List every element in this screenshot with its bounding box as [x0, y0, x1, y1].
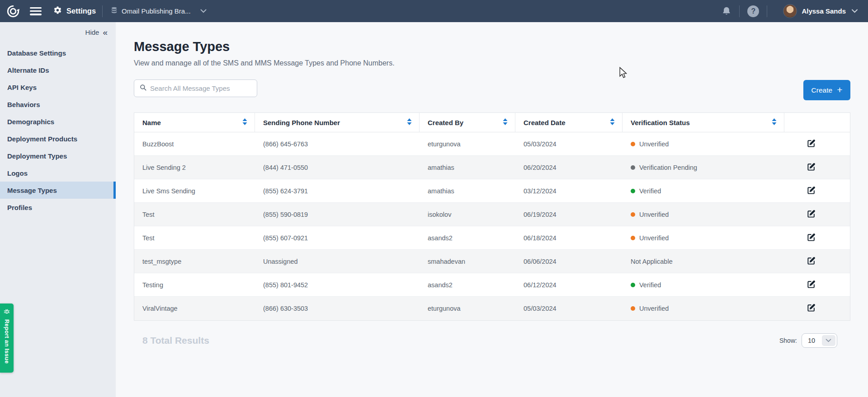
- sidebar-item-behaviors[interactable]: Behaviors: [0, 96, 116, 113]
- sidebar-item-alternate-ids[interactable]: Alternate IDs: [0, 61, 116, 79]
- edit-pencil-square-icon: [807, 139, 816, 149]
- omeda-logo-icon[interactable]: [6, 5, 20, 18]
- table-row: Testing (855) 801-9452 asands2 06/12/202…: [134, 273, 850, 297]
- topbar-divider: [767, 5, 767, 17]
- menu-icon[interactable]: [30, 7, 42, 15]
- edit-pencil-square-icon: [807, 186, 816, 196]
- cell-name: Live Sms Sending: [142, 187, 195, 195]
- sidebar-item-api-keys[interactable]: API Keys: [0, 79, 116, 96]
- help-icon[interactable]: ?: [747, 5, 759, 17]
- hide-sidebar-button[interactable]: Hide «: [0, 22, 116, 38]
- create-button[interactable]: Create +: [803, 80, 850, 100]
- show-label: Show:: [779, 337, 797, 344]
- sidebar-item-logos[interactable]: Logos: [0, 164, 116, 182]
- cell-created-date: 05/03/2024: [524, 305, 557, 312]
- cell-sending-phone-number: (855) 801-9452: [263, 281, 308, 289]
- cell-created-by: amathias: [428, 164, 454, 171]
- cell-created-by: smahadevan: [428, 258, 465, 265]
- cell-sending-phone-number: (866) 645-6763: [263, 140, 308, 148]
- sort-icon[interactable]: [242, 118, 247, 126]
- edit-pencil-square-icon: [807, 163, 816, 173]
- collapse-chevrons-icon: «: [103, 29, 108, 36]
- edit-button[interactable]: [806, 303, 816, 314]
- table-row: Live Sms Sending (855) 624-3791 amathias…: [134, 179, 850, 203]
- plus-icon: +: [837, 85, 842, 94]
- database-selector[interactable]: Omail Publishing Bra...: [109, 4, 208, 18]
- edit-button[interactable]: [806, 279, 816, 291]
- edit-button[interactable]: [806, 138, 816, 150]
- edit-button[interactable]: [806, 209, 816, 220]
- gear-icon: [53, 6, 62, 16]
- cell-sending-phone-number: (855) 607-0921: [263, 234, 308, 242]
- sidebar-item-label: Database Settings: [7, 49, 66, 57]
- sidebar-item-database-settings[interactable]: Database Settings: [0, 44, 116, 61]
- top-navigation-bar: Settings Omail Publishing Bra... ? Alyss…: [0, 0, 868, 22]
- sidebar-item-label: Logos: [7, 169, 28, 177]
- notifications-bell-icon[interactable]: [722, 6, 731, 16]
- status-label: Unverified: [639, 211, 669, 218]
- cell-sending-phone-number: (866) 630-3503: [263, 305, 308, 312]
- column-header-created-by[interactable]: Created By: [420, 113, 515, 132]
- chevron-down-icon: [200, 9, 207, 13]
- cell-name: ViralVintage: [142, 305, 178, 312]
- edit-button[interactable]: [806, 256, 816, 267]
- cell-name: test_msgtype: [142, 258, 181, 265]
- edit-pencil-square-icon: [807, 280, 816, 290]
- status-dot: [631, 142, 635, 146]
- report-an-issue-tab[interactable]: Report an Issue: [0, 304, 14, 373]
- sidebar-item-label: Demographics: [7, 118, 54, 126]
- sidebar-nav: Database Settings Alternate IDs API Keys…: [0, 44, 116, 216]
- table-row: Live Sending 2 (844) 471-0550 amathias 0…: [134, 156, 850, 179]
- sidebar-item-label: Profiles: [7, 204, 32, 211]
- cell-created-date: 06/20/2024: [524, 164, 557, 171]
- search-input[interactable]: [150, 84, 252, 92]
- cell-name: Testing: [142, 281, 163, 289]
- status-label: Verification Pending: [639, 164, 697, 171]
- cell-verification-status: Unverified: [623, 234, 784, 242]
- cell-verification-status: Unverified: [623, 305, 784, 312]
- sort-icon[interactable]: [503, 118, 508, 126]
- edit-button[interactable]: [806, 162, 816, 173]
- user-avatar[interactable]: [783, 4, 797, 18]
- sidebar-item-demographics[interactable]: Demographics: [0, 113, 116, 130]
- create-button-label: Create: [811, 86, 833, 94]
- edit-button[interactable]: [806, 232, 816, 244]
- cell-sending-phone-number: Unassigned: [263, 258, 298, 265]
- table-row: BuzzBoost (866) 645-6763 eturgunova 05/0…: [134, 132, 850, 156]
- sort-icon[interactable]: [610, 118, 615, 126]
- status-dot: [631, 189, 635, 193]
- page-size-select[interactable]: 10: [802, 333, 837, 348]
- table-row: ViralVintage (866) 630-3503 eturgunova 0…: [134, 297, 850, 320]
- sidebar-item-deployment-types[interactable]: Deployment Types: [0, 147, 116, 164]
- sort-icon[interactable]: [772, 118, 777, 126]
- cell-name: BuzzBoost: [142, 140, 174, 148]
- cell-verification-status: Not Applicable: [623, 258, 784, 265]
- user-name: Alyssa Sands: [802, 7, 846, 15]
- sidebar-item-label: Behaviors: [7, 101, 40, 108]
- status-dot: [631, 165, 635, 170]
- column-header-name[interactable]: Name: [134, 113, 255, 132]
- sidebar-item-label: Alternate IDs: [7, 66, 49, 74]
- sort-icon[interactable]: [407, 118, 412, 126]
- cell-created-by: asands2: [428, 234, 453, 242]
- cell-created-by: isokolov: [428, 211, 451, 218]
- search-box: [134, 79, 257, 97]
- sidebar-item-deployment-products[interactable]: Deployment Products: [0, 130, 116, 147]
- edit-pencil-square-icon: [807, 210, 816, 220]
- column-header-created-date[interactable]: Created Date: [515, 113, 623, 132]
- table-header-row: Name Sending Phone Number Created By Cre…: [134, 113, 850, 132]
- cell-name: Live Sending 2: [142, 164, 186, 171]
- column-header-verification-status[interactable]: Verification Status: [623, 113, 784, 132]
- column-header-sending-phone-number[interactable]: Sending Phone Number: [255, 113, 420, 132]
- cell-created-by: eturgunova: [428, 305, 461, 312]
- total-results-label: 8 Total Results: [142, 335, 209, 346]
- sidebar-item-message-types[interactable]: Message Types: [0, 182, 116, 199]
- app-title: Settings: [66, 7, 96, 15]
- cell-verification-status: Unverified: [623, 140, 784, 148]
- page-title: Message Types: [134, 39, 230, 54]
- page-subtitle: View and manage all of the SMS and MMS M…: [134, 59, 395, 67]
- edit-button[interactable]: [806, 185, 816, 197]
- user-menu-chevron-down-icon[interactable]: [851, 9, 858, 13]
- message-types-table: Name Sending Phone Number Created By Cre…: [134, 112, 850, 321]
- sidebar-item-profiles[interactable]: Profiles: [0, 199, 116, 216]
